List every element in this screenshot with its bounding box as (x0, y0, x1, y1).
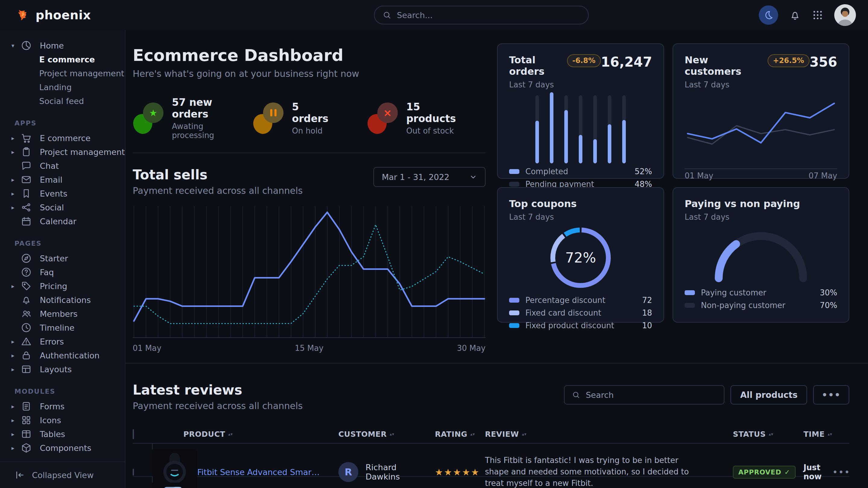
navbar-search-input[interactable] (397, 10, 580, 20)
legend-swatch (509, 323, 519, 328)
stat-caption: Out of stock (406, 126, 456, 135)
sidebar-item-notifications[interactable]: Notifications (0, 293, 125, 307)
customers-line-chart (685, 89, 837, 170)
review-text: This Fitbit is fantastic! I was trying t… (479, 455, 709, 488)
sidebar-item-chat[interactable]: Chat (0, 159, 125, 173)
table-icon (21, 428, 32, 440)
sidebar-item-timeline[interactable]: Timeline (0, 321, 125, 334)
reviews-table-header: PRODUCT▴▾CUSTOMER▴▾RATING▴▾REVIEW▴▾STATU… (133, 425, 849, 444)
customer-avatar-initial: R (338, 462, 358, 482)
total-sells-subtitle: Payment received across all channels (133, 185, 303, 196)
customer-name: Richard Dawkins (366, 463, 428, 481)
share-icon (21, 202, 32, 213)
sidebar-item-members[interactable]: Members (0, 307, 125, 321)
product-thumbnail[interactable] (152, 476, 197, 488)
navbar-search[interactable] (374, 6, 589, 24)
date-range-select[interactable]: Mar 1 - 31, 2022 (373, 167, 486, 187)
column-header-review[interactable]: REVIEW▴▾ (479, 430, 709, 438)
legend-swatch (685, 290, 695, 295)
notifications-button[interactable] (789, 9, 801, 21)
sidebar-item-email[interactable]: ▸Email (0, 173, 125, 187)
paying-subtitle: Last 7 days (685, 213, 837, 222)
reviews-search-input[interactable] (586, 390, 717, 400)
sidebar-item-starter[interactable]: Starter (0, 251, 125, 265)
sidebar-subitem-project-management[interactable]: Project management (0, 66, 125, 80)
sidebar-item-label: Calendar (40, 217, 76, 226)
sidebar-item-label: Timeline (40, 323, 74, 332)
sidebar-subitem-landing[interactable]: Landing (0, 80, 125, 94)
product-link[interactable]: Fitbit Sense Advanced Smartwatch with To… (197, 467, 329, 477)
ellipsis-icon: ••• (822, 390, 841, 400)
sidebar-item-calendar[interactable]: Calendar (0, 214, 125, 228)
stat-value: 15 products (406, 101, 456, 125)
sidebar-item-events[interactable]: ▸Events (0, 187, 125, 200)
column-header-customer[interactable]: CUSTOMER▴▾ (329, 430, 428, 438)
sidebar-item-label: Project management (40, 148, 125, 157)
sidebar-item-errors[interactable]: ▸Errors (0, 334, 125, 349)
search-icon (382, 10, 392, 20)
sidebar-item-label: Forms (40, 402, 65, 411)
sidebar-item-label: Authentication (40, 351, 99, 360)
caret-right-icon: ▸ (11, 190, 21, 197)
total-sells-title: Total sells (133, 167, 303, 182)
brand[interactable]: phoenix (16, 0, 91, 30)
sidebar-item-icons[interactable]: ▸Icons (0, 413, 125, 427)
sidebar-item-label: Layouts (40, 365, 72, 374)
total-orders-card: Total orders -6.8% 16,247 Last 7 days Co… (497, 43, 664, 179)
reviews-more-button[interactable]: ••• (813, 385, 849, 404)
apps-grid-button[interactable] (812, 9, 824, 21)
chat-icon (21, 160, 32, 171)
collapsed-view-toggle[interactable]: Collapsed View (0, 461, 125, 488)
sidebar-item-pricing[interactable]: ▸Pricing (0, 279, 125, 293)
sidebar-item-social[interactable]: ▸Social (0, 200, 125, 214)
sidebar: ▾HomeE commerceProject managementLanding… (0, 30, 125, 488)
column-header-product[interactable]: PRODUCT▴▾ (152, 430, 329, 438)
grid-icon (812, 9, 824, 21)
paying-card: Paying vs non paying Last 7 days Paying … (673, 187, 849, 323)
pause-icon-glyph (263, 102, 283, 123)
total-orders-badge: -6.8% (567, 54, 601, 67)
sidebar-item-forms[interactable]: ▸Forms (0, 399, 125, 413)
column-header-rating[interactable]: RATING▴▾ (428, 430, 479, 438)
review-time: Just now (790, 463, 832, 481)
orders-bar-chart (529, 89, 632, 165)
sidebar-subitem-social-feed[interactable]: Social feed (0, 94, 125, 108)
user-avatar[interactable] (834, 4, 856, 26)
sidebar-item-components[interactable]: ▸Components (0, 441, 125, 455)
legend-label: Paying customer (701, 288, 766, 297)
coupons-center-label: 72% (565, 250, 596, 266)
caret-right-icon: ▸ (11, 366, 21, 372)
sidebar-section-modules: MODULES (14, 388, 125, 395)
orders-legend: Completed52%Pending payment48% (509, 165, 652, 191)
column-header-time[interactable]: TIME▴▾ (790, 430, 832, 438)
sidebar-item-label: Events (40, 189, 67, 198)
sidebar-item-home[interactable]: ▾Home (0, 39, 125, 53)
sidebar-item-layouts[interactable]: ▸Layouts (0, 362, 125, 376)
sidebar-item-label: Tables (40, 429, 65, 439)
sidebar-item-tables[interactable]: ▸Tables (0, 427, 125, 441)
x-icon-glyph: × (377, 102, 398, 123)
star-icon: ★ (133, 102, 164, 134)
top-coupons-title: Top coupons (509, 198, 577, 209)
row-checkbox[interactable] (133, 469, 134, 476)
new-customers-badge: +26.5% (768, 54, 809, 67)
sidebar-item-label: Social (40, 203, 64, 212)
review-row-1: Fitbit Sense Advanced Smartwatch with To… (133, 444, 849, 477)
row-menu-button[interactable]: ••• (832, 467, 852, 478)
stat-value: 57 new orders (172, 96, 214, 120)
select-all-checkbox[interactable] (133, 429, 134, 439)
customer-cell: RRichard Dawkins (329, 462, 428, 482)
sidebar-item-e-commerce[interactable]: ▸E commerce (0, 131, 125, 145)
users-icon (21, 308, 32, 320)
theme-toggle-button[interactable] (759, 5, 778, 25)
column-header-status[interactable]: STATUS▴▾ (709, 430, 790, 438)
sidebar-item-authentication[interactable]: ▸Authentication (0, 349, 125, 362)
sidebar-item-faq[interactable]: Faq (0, 265, 125, 279)
all-products-button[interactable]: All products (731, 385, 807, 404)
new-customers-value: 356 (809, 54, 837, 70)
sidebar-item-project-management[interactable]: ▸Project management (0, 145, 125, 159)
sidebar-subitem-e-commerce[interactable]: E commerce (0, 53, 125, 66)
coupons-legend-percentage-discount: Percentage discount72 (509, 294, 652, 306)
caret-right-icon: ▸ (11, 204, 21, 211)
reviews-search[interactable] (564, 385, 724, 404)
